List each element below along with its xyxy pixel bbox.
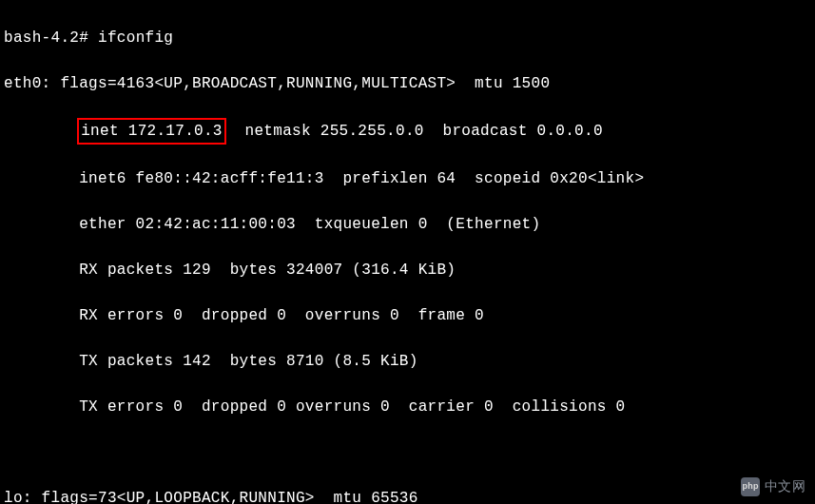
eth0-rx-packets: RX packets 129 bytes 324007 (316.4 KiB) [4,259,811,281]
command-text: ifconfig [98,29,173,47]
lo-header: lo: flags=73<UP,LOOPBACK,RUNNING> mtu 65… [4,487,811,504]
eth0-tx-errors: TX errors 0 dropped 0 overruns 0 carrier… [4,396,811,418]
eth0-tx-packets: TX packets 142 bytes 8710 (8.5 KiB) [4,350,811,373]
watermark: php 中文网 [741,476,805,496]
terminal-output[interactable]: bash-4.2# ifconfig eth0: flags=4163<UP,B… [4,4,811,504]
prompt: bash-4.2# [4,29,88,47]
eth0-header: eth0: flags=4163<UP,BROADCAST,RUNNING,MU… [4,72,811,95]
php-logo-icon: php [741,477,760,496]
eth0-rx-errors: RX errors 0 dropped 0 overruns 0 frame 0 [4,304,811,327]
eth0-inet-line: inet 172.17.0.3 netmask 255.255.0.0 broa… [4,118,811,145]
eth0-inet6: inet6 fe80::42:acff:fe11:3 prefixlen 64 … [4,167,811,190]
cmd-line: bash-4.2# ifconfig [4,27,811,49]
blank-line [4,441,811,464]
highlighted-ip: inet 172.17.0.3 [77,118,226,145]
eth0-inet-rest: netmask 255.255.0.0 broadcast 0.0.0.0 [226,123,603,140]
eth0-ether: ether 02:42:ac:11:00:03 txqueuelen 0 (Et… [4,213,811,236]
watermark-label: 中文网 [765,476,805,496]
